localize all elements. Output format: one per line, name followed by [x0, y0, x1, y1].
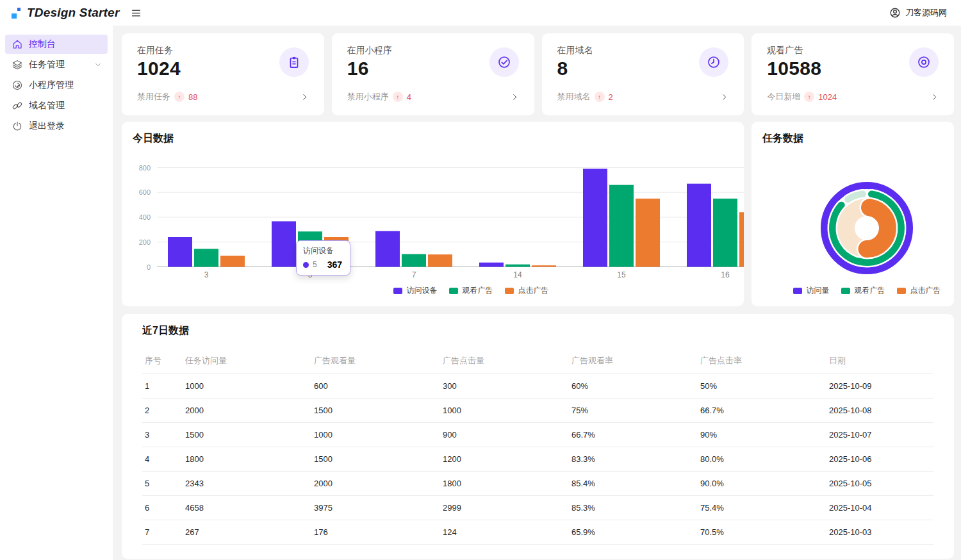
app-logo[interactable]: TDesign Starter — [12, 6, 119, 20]
table-cell: 1500 — [311, 399, 440, 423]
legend-item-2[interactable]: 观看广告 — [449, 285, 493, 296]
table-col-header: 任务访问量 — [183, 348, 311, 374]
clock-icon — [699, 47, 728, 77]
legend-item-3[interactable]: 点击广告 — [505, 285, 549, 296]
table-cell: 1500 — [183, 423, 311, 447]
table-col-header: 广告观看率 — [569, 348, 698, 374]
legend-item-1[interactable]: 访问量 — [793, 285, 830, 296]
table-cell: 80.0% — [698, 447, 826, 472]
charts-row: 今日数据 0200400600800357141516 访问设备 5 367 访… — [122, 122, 954, 306]
trend-up-icon: ↑ — [804, 92, 814, 102]
tooltip-series-dot — [303, 262, 309, 268]
table-header-row: 序号任务访问量广告观看量广告点击量广告观看率广告点击率日期 — [142, 348, 933, 374]
chevron-right-icon — [930, 93, 939, 101]
chevron-down-icon — [94, 60, 103, 69]
table-cell: 2000 — [183, 399, 311, 423]
sidebar-item-domains[interactable]: 域名管理 — [5, 96, 108, 115]
table-cell: 1000 — [440, 399, 569, 423]
stat-footer-value: 2 — [609, 92, 613, 102]
stat-footer-label: 禁用小程序 — [347, 91, 389, 103]
legend-item-3[interactable]: 点击广告 — [897, 285, 941, 296]
logo-icon — [12, 6, 21, 20]
stat-detail-link[interactable] — [511, 93, 519, 101]
home-icon — [12, 38, 23, 50]
clipboard-icon — [279, 47, 309, 77]
menu-toggle-button[interactable] — [128, 5, 144, 21]
link-icon — [12, 100, 23, 111]
bar-点击广告-15 — [636, 199, 660, 267]
table-cell: 4 — [142, 447, 183, 472]
table-cell: 2343 — [183, 472, 311, 496]
sidebar-item-logout[interactable]: 退出登录 — [5, 117, 108, 136]
table-cell: 600 — [311, 374, 440, 399]
recent-7days-table: 序号任务访问量广告观看量广告点击量广告观看率广告点击率日期 1100060030… — [142, 348, 933, 545]
table-cell: 2025-10-08 — [826, 399, 933, 423]
table-row: 726717612465.9%70.5%2025-10-03 — [142, 520, 933, 545]
chevron-right-icon — [720, 93, 728, 101]
table-cell: 90.0% — [698, 472, 826, 496]
main-content: 在用任务1024禁用任务↑88在用小程序16禁用小程序↑4在用域名8禁用域名↑2… — [113, 26, 961, 560]
table-cell: 5 — [142, 472, 183, 496]
stat-detail-link[interactable] — [930, 93, 939, 101]
table-col-header: 序号 — [142, 348, 183, 374]
stat-card-active-domains: 在用域名8禁用域名↑2 — [542, 33, 744, 115]
svg-text:14: 14 — [513, 270, 522, 279]
table-cell: 50% — [698, 374, 826, 399]
power-icon — [12, 120, 23, 132]
legend-item-1[interactable]: 访问设备 — [393, 285, 438, 296]
table-cell: 66.7% — [569, 423, 698, 447]
table-cell: 3975 — [311, 496, 440, 520]
check-circle-icon — [497, 55, 511, 69]
sidebar-item-label: 域名管理 — [29, 100, 103, 111]
table-cell: 2025-10-06 — [826, 447, 933, 472]
table-cell: 300 — [440, 374, 569, 399]
user-avatar-icon — [889, 7, 901, 19]
sidebar-item-dashboard[interactable]: 控制台 — [5, 35, 108, 54]
legend-label: 观看广告 — [855, 285, 885, 296]
bar-观看广告-15 — [609, 185, 634, 267]
sidebar-item-label: 控制台 — [29, 38, 103, 50]
trend-up-icon: ↑ — [393, 92, 403, 102]
legend-item-2[interactable]: 观看广告 — [841, 285, 885, 296]
bar-访问设备-16 — [687, 184, 711, 267]
bar-chart-svg: 0200400600800357141516 — [122, 122, 744, 306]
svg-text:15: 15 — [617, 270, 626, 279]
svg-text:600: 600 — [139, 188, 151, 196]
table-row: 523432000180085.4%90.0%2025-10-05 — [142, 472, 933, 496]
sidebar-item-miniprogram[interactable]: 小程序管理 — [5, 76, 108, 95]
svg-text:16: 16 — [721, 270, 730, 279]
today-data-card: 今日数据 0200400600800357141516 访问设备 5 367 访… — [122, 122, 744, 306]
user-menu[interactable]: 刀客源码网 — [889, 7, 947, 19]
table-cell: 66.7% — [698, 399, 826, 423]
miniprogram-icon — [12, 79, 23, 91]
tooltip-title: 访问设备 — [303, 245, 342, 256]
table-cell: 2025-10-03 — [826, 520, 933, 545]
stat-detail-link[interactable] — [720, 93, 728, 101]
recent-7days-title: 近7日数据 — [142, 324, 933, 338]
legend-swatch — [449, 288, 458, 294]
bar-观看广告-16 — [713, 199, 737, 267]
table-cell: 85.4% — [569, 472, 698, 496]
table-cell: 900 — [440, 423, 569, 447]
table-col-header: 日期 — [826, 348, 933, 374]
layers-icon — [12, 59, 23, 70]
stat-detail-link[interactable] — [300, 93, 309, 101]
sidebar-item-tasks[interactable]: 任务管理 — [5, 55, 108, 74]
clock-icon — [707, 55, 721, 69]
home-icon — [12, 38, 23, 50]
table-cell: 65.9% — [569, 520, 698, 545]
sidebar: 控制台任务管理小程序管理域名管理退出登录 — [0, 26, 113, 560]
chart-tooltip: 访问设备 5 367 — [296, 240, 350, 276]
logo-text: TDesign Starter — [27, 6, 119, 20]
table-cell: 1000 — [183, 374, 311, 399]
stat-footer-label: 禁用任务 — [137, 91, 170, 103]
legend-label: 点击广告 — [518, 285, 549, 296]
clipboard-icon — [287, 55, 301, 69]
stat-footer-value: 88 — [188, 92, 197, 102]
table-cell: 83.3% — [569, 447, 698, 472]
table-cell: 1800 — [440, 472, 569, 496]
eye-icon — [909, 47, 939, 77]
svg-text:800: 800 — [139, 164, 151, 172]
stat-footer-value: 1024 — [818, 92, 837, 102]
legend-label: 观看广告 — [463, 285, 493, 296]
